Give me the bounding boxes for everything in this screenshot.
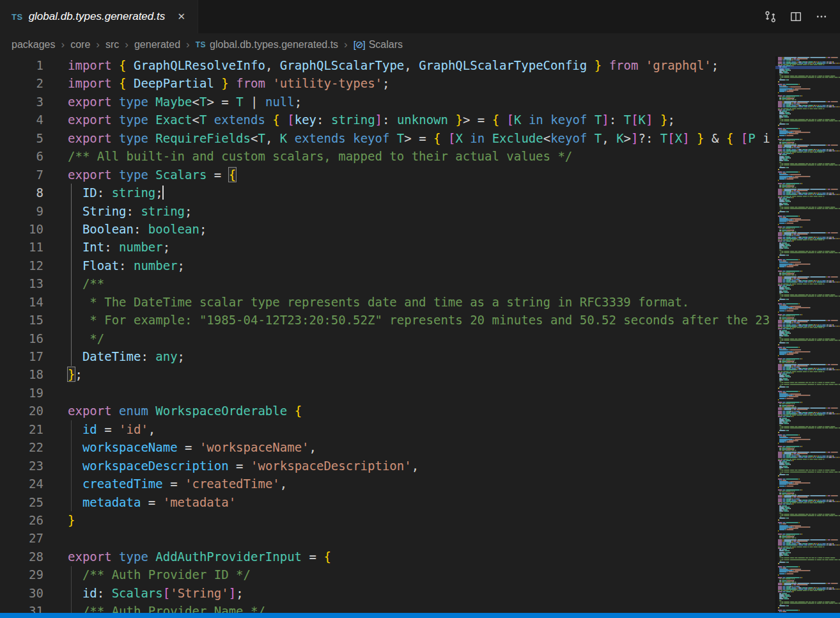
code-line[interactable]: id: Scalars['String'];: [58, 584, 775, 602]
line-number[interactable]: 9: [0, 202, 58, 220]
line-number[interactable]: 7: [0, 166, 58, 184]
line-number[interactable]: 31: [0, 602, 58, 613]
breadcrumb-label: packages: [12, 39, 56, 51]
code-line[interactable]: ID: string;: [58, 184, 775, 202]
code-line[interactable]: Float: number;: [58, 257, 775, 274]
line-number[interactable]: 28: [0, 548, 58, 566]
editor-gutter: 1234567891011121314151617181920212223242…: [0, 56, 58, 613]
line-number[interactable]: 13: [0, 274, 58, 292]
chevron-right-icon: ›: [344, 38, 348, 51]
line-number[interactable]: 19: [0, 384, 58, 402]
chevron-right-icon: ›: [186, 38, 190, 51]
code-line[interactable]: workspaceDescription = 'workspaceDescrip…: [58, 457, 775, 475]
code-line[interactable]: export type Maybe<T> = T | null;: [58, 93, 775, 111]
code-line[interactable]: }: [58, 511, 775, 529]
code-line[interactable]: import { GraphQLResolveInfo, GraphQLScal…: [58, 56, 775, 74]
code-line[interactable]: */: [58, 329, 775, 347]
line-number[interactable]: 26: [0, 511, 58, 529]
breadcrumb-item-generated[interactable]: generated: [134, 39, 180, 51]
line-number[interactable]: 14: [0, 293, 58, 311]
line-number[interactable]: 25: [0, 493, 58, 511]
code-line[interactable]: * For example: "1985-04-12T23:20:50.52Z"…: [58, 311, 775, 329]
line-number[interactable]: 12: [0, 257, 58, 274]
open-changes-icon[interactable]: [762, 8, 779, 25]
text-cursor: [162, 186, 164, 200]
code-line[interactable]: export enum WorkspaceOrderable {: [58, 402, 775, 420]
code-line[interactable]: [58, 529, 775, 547]
line-number[interactable]: 22: [0, 438, 58, 456]
indent-guide: [71, 420, 72, 511]
code-area[interactable]: import { GraphQLResolveInfo, GraphQLScal…: [58, 56, 775, 613]
breadcrumb-label: global.db.types.generated.ts: [210, 39, 338, 51]
chevron-right-icon: ›: [96, 38, 100, 51]
code-line[interactable]: export type AddAuthProviderInput = {: [58, 548, 775, 566]
breadcrumb-label: Scalars: [369, 39, 403, 51]
code-line[interactable]: id = 'id',: [58, 420, 775, 438]
code-line[interactable]: Int: number;: [58, 238, 775, 256]
close-tab-icon[interactable]: ✕: [174, 9, 189, 24]
breadcrumb-label: generated: [134, 39, 180, 51]
code-line[interactable]: createdTime = 'createdTime',: [58, 475, 775, 493]
code-line[interactable]: export type Scalars = {: [58, 166, 775, 184]
code-editor: 1234567891011121314151617181920212223242…: [0, 56, 840, 613]
code-line[interactable]: metadata = 'metadata': [58, 493, 775, 511]
tab-global-db-types-generated-ts[interactable]: TS global.db.types.generated.ts ✕: [0, 0, 198, 33]
split-editor-icon[interactable]: [788, 8, 804, 25]
line-number[interactable]: 16: [0, 329, 58, 347]
code-line[interactable]: DateTime: any;: [58, 347, 775, 365]
line-number[interactable]: 21: [0, 420, 58, 438]
editor-actions: [752, 0, 840, 33]
line-number[interactable]: 27: [0, 529, 58, 547]
code-line[interactable]: /** Auth Provider ID */: [58, 566, 775, 583]
chevron-right-icon: ›: [125, 38, 128, 51]
line-number[interactable]: 1: [0, 56, 58, 74]
code-line[interactable]: String: string;: [58, 202, 775, 220]
line-number[interactable]: 4: [0, 111, 58, 129]
indent-guide: [71, 184, 72, 366]
code-line[interactable]: Boolean: boolean;: [58, 220, 775, 238]
line-number[interactable]: 3: [0, 93, 58, 111]
code-line[interactable]: };: [58, 365, 775, 383]
breadcrumb-item-global-db-types-generated-ts[interactable]: TSglobal.db.types.generated.ts: [196, 39, 338, 51]
status-bar: [0, 613, 840, 618]
breadcrumb-item-packages[interactable]: packages: [12, 39, 56, 51]
code-line[interactable]: export type Exact<T extends { [key: stri…: [58, 111, 775, 129]
line-number[interactable]: 17: [0, 347, 58, 365]
symbol-type-icon: [⊘]: [354, 39, 365, 51]
line-number[interactable]: 5: [0, 129, 58, 147]
line-number[interactable]: 18: [0, 365, 58, 383]
tabbar-empty-space: [198, 0, 752, 33]
line-number[interactable]: 6: [0, 147, 58, 165]
line-number[interactable]: 24: [0, 475, 58, 493]
code-line[interactable]: import { DeepPartial } from 'utility-typ…: [58, 74, 775, 92]
code-line[interactable]: /** Auth Provider Name */: [58, 602, 775, 613]
line-number[interactable]: 29: [0, 566, 58, 583]
line-number[interactable]: 15: [0, 311, 58, 329]
vscode-window: TS global.db.types.generated.ts ✕: [0, 0, 840, 618]
typescript-file-icon: TS: [12, 12, 23, 22]
line-number[interactable]: 30: [0, 584, 58, 602]
line-number[interactable]: 20: [0, 402, 58, 420]
indent-guide: [71, 566, 72, 613]
code-line[interactable]: export type RequireFields<T, K extends k…: [58, 129, 775, 147]
breadcrumb-item-core[interactable]: core: [70, 39, 90, 51]
breadcrumb-label: core: [70, 39, 90, 51]
tab-bar: TS global.db.types.generated.ts ✕: [0, 0, 840, 33]
breadcrumb: packages›core›src›generated›TSglobal.db.…: [0, 33, 840, 56]
line-number[interactable]: 2: [0, 74, 58, 92]
more-actions-icon[interactable]: [813, 8, 830, 25]
breadcrumb-item-src[interactable]: src: [105, 39, 119, 51]
line-number[interactable]: 8: [0, 184, 58, 202]
code-line[interactable]: * The DateTime scalar type represents da…: [58, 293, 775, 311]
code-line[interactable]: /** All built-in and custom scalars, map…: [58, 147, 775, 165]
line-number[interactable]: 11: [0, 238, 58, 256]
code-line[interactable]: /**: [58, 274, 775, 292]
code-line[interactable]: workspaceName = 'workspaceName',: [58, 438, 775, 456]
line-number[interactable]: 10: [0, 220, 58, 238]
typescript-file-icon: TS: [196, 40, 206, 49]
code-line[interactable]: [58, 384, 775, 402]
line-number[interactable]: 23: [0, 457, 58, 475]
minimap[interactable]: [775, 56, 840, 613]
tab-label: global.db.types.generated.ts: [29, 10, 169, 23]
breadcrumb-item-scalars[interactable]: [⊘]Scalars: [354, 39, 403, 51]
